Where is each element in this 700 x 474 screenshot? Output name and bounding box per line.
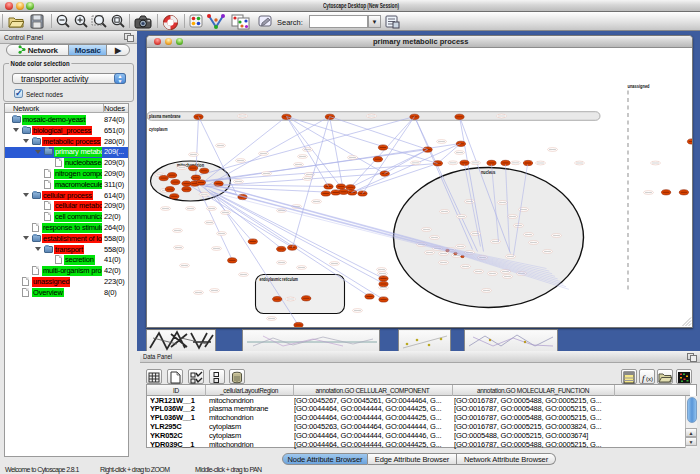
svg-text:unassigned: unassigned xyxy=(628,83,650,88)
svg-text:(x): (x) xyxy=(646,376,653,382)
svg-text:endoplasmic reticulum: endoplasmic reticulum xyxy=(260,277,299,282)
svg-text:cytoplasm: cytoplasm xyxy=(149,125,168,131)
svg-text:nucleus: nucleus xyxy=(481,169,496,174)
svg-text:plasma membrane: plasma membrane xyxy=(149,112,181,118)
